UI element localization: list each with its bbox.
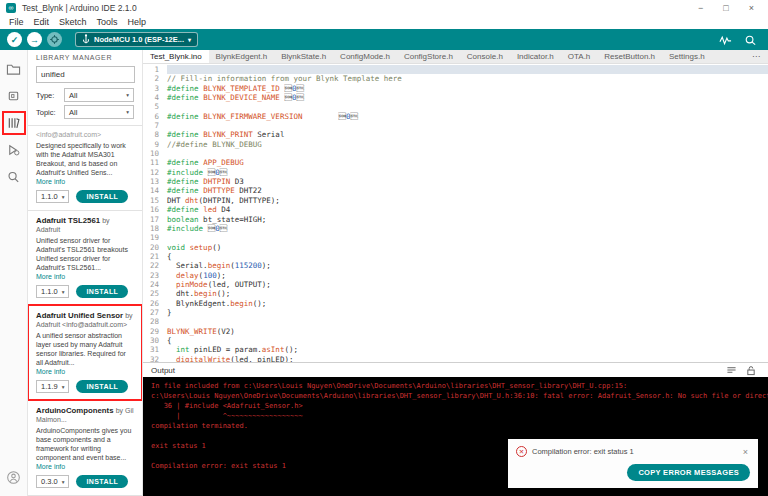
- chevron-down-icon: ▾: [126, 109, 129, 115]
- account-button[interactable]: [3, 466, 25, 488]
- output-title: Output: [151, 366, 175, 375]
- version-value: 1.1.0: [41, 192, 58, 201]
- version-select[interactable]: 0.3.0 ▾: [36, 475, 69, 488]
- debug-button[interactable]: [47, 32, 62, 47]
- code-line: 2// Fill-in information from your Blynk …: [143, 74, 768, 83]
- code-line: 7: [143, 121, 768, 130]
- console-line: c:\Users\Louis Nguyen\OneDrive\Documents…: [151, 391, 760, 401]
- tab-blynkedgent-h[interactable]: BlynkEdgent.h: [209, 50, 275, 63]
- code-line: 27}: [143, 308, 768, 317]
- code-line: 22 Serial.begin(115200);: [143, 261, 768, 270]
- more-info-link[interactable]: More info: [36, 463, 65, 470]
- sidebar-item-sketchbook[interactable]: [3, 58, 25, 80]
- board-selector-label: NodeMCU 1.0 (ESP-12E...: [94, 35, 184, 44]
- toast-close-button[interactable]: ×: [741, 447, 750, 457]
- library-name: Adafruit TSL2561: [36, 216, 100, 225]
- tab-blynkstate-h[interactable]: BlynkState.h: [274, 50, 333, 63]
- serial-monitor-icon[interactable]: [744, 34, 757, 46]
- install-button[interactable]: INSTALL: [76, 475, 128, 488]
- topic-filter-select[interactable]: All ▾: [64, 105, 134, 119]
- chevron-down-icon: ▾: [188, 36, 191, 43]
- tab-test_blynk-ino[interactable]: Test_Blynk.ino: [143, 50, 209, 63]
- tab-indicator-h[interactable]: Indicator.h: [510, 50, 561, 63]
- code-line: 13#define DHTPIN D3: [143, 177, 768, 186]
- menu-tools[interactable]: Tools: [92, 17, 123, 27]
- library-entry: ArduinoComponents by Gil Maimon... Ardui…: [28, 400, 142, 495]
- library-description: ArduinoComponents gives you base compone…: [36, 426, 134, 462]
- type-filter-value: All: [69, 91, 77, 100]
- library-entry: Adafruit Unified Sensor by Adafruit <inf…: [28, 305, 142, 400]
- version-select[interactable]: 1.1.9 ▾: [36, 380, 69, 393]
- console-line: compilation terminated.: [151, 421, 760, 431]
- sidebar-item-search[interactable]: [3, 166, 25, 188]
- more-info-link[interactable]: More info: [36, 273, 65, 280]
- app-logo-icon: ∞: [6, 3, 16, 13]
- menu-bar: FileEditSketchToolsHelp: [0, 15, 768, 29]
- menu-sketch[interactable]: Sketch: [54, 17, 92, 27]
- tab-console-h[interactable]: Console.h: [460, 50, 510, 63]
- search-icon: [6, 170, 21, 184]
- code-line: 16#define led D4: [143, 205, 768, 214]
- install-button[interactable]: INSTALL: [76, 380, 128, 393]
- library-name: Adafruit Unified Sensor: [36, 311, 123, 320]
- serial-plotter-icon[interactable]: [719, 34, 732, 46]
- chevron-down-icon: ▾: [62, 289, 65, 295]
- menu-file[interactable]: File: [4, 17, 29, 27]
- console-line: | ^~~~~~~~~~~~~~~~~~~: [151, 411, 760, 421]
- editor-column: Test_Blynk.inoBlynkEdgent.hBlynkState.hC…: [143, 50, 768, 496]
- verify-button[interactable]: ✓: [7, 32, 22, 47]
- sidebar-item-library-manager[interactable]: [3, 112, 25, 134]
- more-info-link[interactable]: More info: [36, 178, 65, 185]
- board-selector[interactable]: NodeMCU 1.0 (ESP-12E... ▾: [75, 32, 198, 47]
- version-value: 1.1.0: [41, 287, 58, 296]
- version-value: 0.3.0: [41, 477, 58, 486]
- version-value: 1.1.9: [41, 382, 58, 391]
- menu-help[interactable]: Help: [123, 17, 152, 27]
- console-line: 36 | #include <Adafruit_Sensor.h>: [151, 401, 760, 411]
- code-line: 14#define DHTTYPE DHT22: [143, 186, 768, 195]
- console-line: In file included from c:\Users\Louis Ngu…: [151, 381, 760, 391]
- install-button[interactable]: INSTALL: [76, 190, 128, 203]
- copy-error-messages-button[interactable]: COPY ERROR MESSAGES: [627, 464, 750, 481]
- minimize-button[interactable]: −: [698, 3, 703, 13]
- code-line: 18#include 0: [143, 224, 768, 233]
- more-info-link[interactable]: More info: [36, 368, 65, 375]
- clear-output-icon[interactable]: [726, 365, 737, 375]
- code-line: 19: [143, 233, 768, 242]
- title-bar: ∞ Test_Blynk | Arduino IDE 2.1.0 − □ ×: [0, 0, 768, 15]
- library-entry: Adafruit TSL2561 by Adafruit Unified sen…: [28, 210, 142, 305]
- library-search-input[interactable]: [36, 66, 135, 83]
- activity-bar: [0, 50, 28, 496]
- maximize-button[interactable]: □: [723, 3, 728, 13]
- arduino-ide-window: { "window": { "title": "Test_Blynk | Ard…: [0, 0, 768, 496]
- scroll-lock-icon[interactable]: [746, 365, 756, 376]
- code-line: 32 digitalWrite(led, pinLED);: [143, 355, 768, 362]
- library-list: <info@adafruit.com> Designed specificall…: [28, 125, 142, 496]
- close-button[interactable]: ×: [749, 3, 754, 13]
- tab-configmode-h[interactable]: ConfigMode.h: [333, 50, 397, 63]
- sidebar-item-boards-manager[interactable]: [3, 85, 25, 107]
- code-editor[interactable]: 1 2// Fill-in information from your Blyn…: [143, 64, 768, 362]
- tab-settings-h[interactable]: Settings.h: [662, 50, 712, 63]
- sidebar-item-debugger[interactable]: [3, 139, 25, 161]
- version-select[interactable]: 1.1.0 ▾: [36, 190, 69, 203]
- code-line: 24 pinMode(led, OUTPUT);: [143, 280, 768, 289]
- tab-more-button[interactable]: ⋯: [744, 50, 768, 63]
- code-line: 17boolean bt_state=HIGH;: [143, 215, 768, 224]
- code-line: 8#define BLYNK_PRINT Serial: [143, 130, 768, 139]
- upload-button[interactable]: →: [27, 32, 42, 47]
- tab-configstore-h[interactable]: ConfigStore.h: [397, 50, 460, 63]
- version-select[interactable]: 1.1.0 ▾: [36, 285, 69, 298]
- folder-icon: [6, 62, 21, 76]
- code-line: 21{: [143, 252, 768, 261]
- type-filter-select[interactable]: All ▾: [64, 88, 134, 102]
- install-button[interactable]: INSTALL: [76, 285, 128, 298]
- error-icon: ✕: [516, 446, 527, 457]
- account-icon: [6, 470, 21, 485]
- code-line: 29BLYNK_WRITE(V2): [143, 327, 768, 336]
- menu-edit[interactable]: Edit: [29, 17, 55, 27]
- library-author-partial: <info@adafruit.com>: [36, 131, 134, 139]
- tab-resetbutton-h[interactable]: ResetButton.h: [597, 50, 662, 63]
- chevron-down-icon: ▾: [62, 194, 65, 200]
- tab-ota-h[interactable]: OTA.h: [561, 50, 598, 63]
